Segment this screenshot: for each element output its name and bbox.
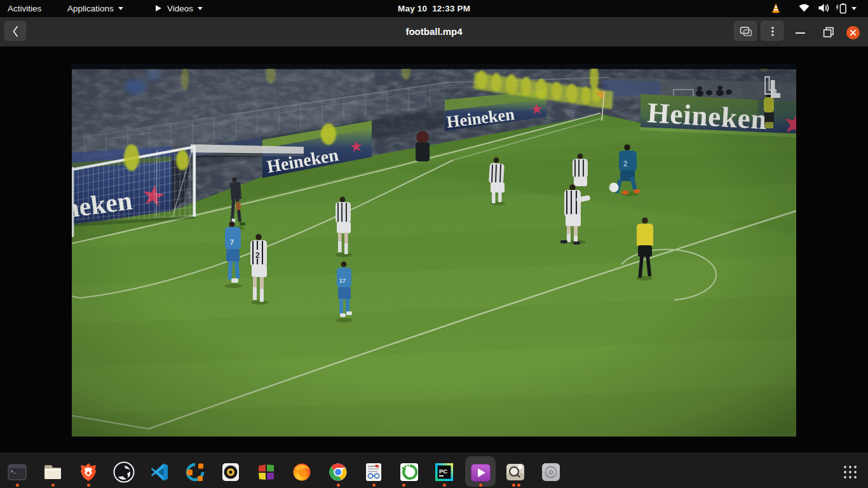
svg-text:PC: PC bbox=[439, 468, 447, 475]
svg-text:>_: >_ bbox=[10, 468, 17, 474]
